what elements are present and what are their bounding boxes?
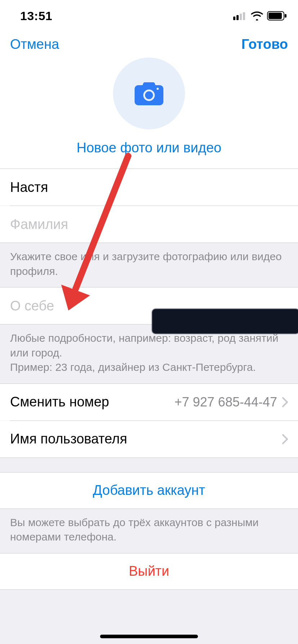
redaction-overlay — [152, 309, 298, 334]
first-name-row[interactable] — [0, 169, 298, 206]
add-account-row[interactable]: Добавить аккаунт — [0, 473, 298, 509]
first-name-input[interactable] — [10, 180, 288, 195]
cellular-icon — [233, 12, 247, 20]
username-label: Имя пользователя — [10, 431, 127, 447]
change-number-label: Сменить номер — [10, 394, 109, 410]
status-icons — [233, 11, 287, 20]
spacer — [0, 458, 298, 472]
chevron-right-icon — [282, 397, 288, 407]
change-number-row[interactable]: Сменить номер +7 927 685-44-47 — [0, 384, 298, 420]
svg-rect-0 — [233, 17, 235, 20]
home-indicator — [100, 635, 198, 638]
add-account-button[interactable]: Добавить аккаунт — [93, 483, 205, 498]
svg-rect-5 — [268, 13, 282, 19]
done-button[interactable]: Готово — [241, 37, 288, 52]
avatar-placeholder[interactable] — [113, 58, 185, 129]
cancel-button[interactable]: Отмена — [10, 37, 59, 52]
last-name-input[interactable] — [10, 217, 288, 232]
chevron-right-icon — [282, 434, 288, 444]
last-name-row[interactable] — [0, 206, 298, 243]
separator — [0, 589, 298, 590]
new-photo-button[interactable]: Новое фото или видео — [77, 140, 221, 156]
svg-rect-1 — [236, 15, 239, 20]
username-row[interactable]: Имя пользователя — [0, 421, 298, 457]
bio-hint-line2: Пример: 23 года, дизайнер из Санкт-Петер… — [10, 361, 256, 373]
svg-rect-3 — [243, 12, 245, 20]
svg-point-9 — [157, 88, 159, 90]
svg-rect-2 — [240, 14, 242, 20]
header: Отмена Готово Новое фото или видео — [0, 32, 298, 169]
logout-button[interactable]: Выйти — [129, 564, 170, 579]
wifi-icon — [250, 11, 263, 20]
logout-row[interactable]: Выйти — [0, 553, 298, 589]
status-time: 13:51 — [20, 9, 52, 23]
battery-icon — [267, 11, 287, 20]
status-bar: 13:51 — [0, 0, 298, 32]
name-hint: Укажите свое имя и загрузите фотографию … — [0, 243, 298, 287]
change-number-value: +7 927 685-44-47 — [175, 395, 277, 410]
bio-hint-line1: Любые подробности, например: возраст, ро… — [10, 332, 279, 359]
svg-rect-6 — [285, 14, 286, 18]
accounts-hint: Вы можете выбрать до трёх аккаунтов с ра… — [0, 509, 298, 553]
camera-icon — [135, 81, 163, 106]
svg-point-8 — [145, 91, 153, 99]
